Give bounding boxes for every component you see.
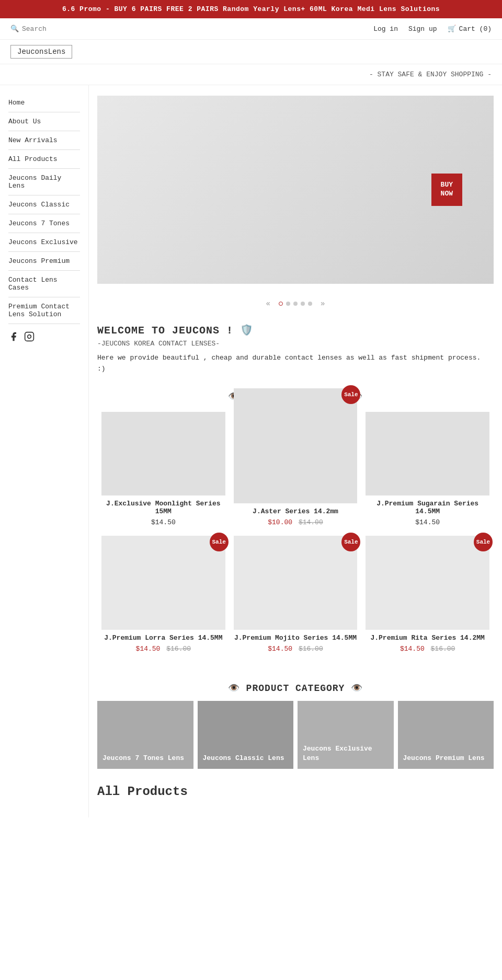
buy-now-button[interactable]: BUYNOW xyxy=(431,174,462,206)
cart-area[interactable]: 🛒 Cart (0) xyxy=(448,25,492,33)
popular-pick-row2: Sale J.Premium Lorra Series 14.5MM $14.5… xyxy=(89,531,502,672)
facebook-icon[interactable] xyxy=(8,331,19,344)
product-name-rita: J.Premium Rita Series 14.2MM xyxy=(370,634,484,642)
product-card-mojito: Sale J.Premium Mojito Series 14.5MM $14.… xyxy=(230,536,362,661)
promo-banner: 6.6 Promo - BUY 6 PAIRS FREE 2 PAIRS Ran… xyxy=(0,0,502,18)
logo-bar: JeuconsLens xyxy=(0,40,502,64)
product-image-sugarain xyxy=(366,412,489,495)
slider-dots xyxy=(279,302,312,306)
header-nav: Log in Sign up xyxy=(373,25,437,33)
product-category-title: 👁️ PRODUCT CATEGORY 👁️ xyxy=(89,672,502,701)
svg-rect-0 xyxy=(25,332,34,341)
sidebar-item-cases[interactable]: Contact Lens Cases xyxy=(8,273,80,295)
product-card-rita: Sale J.Premium Rita Series 14.2MM $14.50… xyxy=(361,536,494,661)
product-card-lorra: Sale J.Premium Lorra Series 14.5MM $14.5… xyxy=(97,536,230,661)
sale-badge-mojito: Sale xyxy=(341,533,360,551)
slider-dot-3[interactable] xyxy=(293,302,298,306)
content-area: BUYNOW « » WELCOME TO JEUCONS ! 🛡️ -JEUC… xyxy=(89,85,502,817)
slider-inner: BUYNOW xyxy=(97,96,494,284)
sidebar-divider xyxy=(8,251,80,252)
sidebar-item-new-arrivals[interactable]: New Arrivals xyxy=(8,133,80,147)
product-price-moonlight: $14.50 xyxy=(151,518,176,526)
sidebar-item-exclusive[interactable]: Jeucons Exclusive xyxy=(8,235,80,249)
hero-slider: BUYNOW xyxy=(97,96,494,284)
slider-dot-1[interactable] xyxy=(279,302,283,306)
sale-badge-aster: Sale xyxy=(341,385,360,404)
product-price-mojito: $14.50 $16.00 xyxy=(268,645,323,653)
sidebar-item-premium[interactable]: Jeucons Premium xyxy=(8,254,80,268)
sidebar-item-classic[interactable]: Jeucons Classic xyxy=(8,198,80,212)
category-label-classic: Jeucons Classic Lens xyxy=(203,754,284,763)
slider-dot-2[interactable] xyxy=(286,302,290,306)
header: 🔍 Log in Sign up 🛒 Cart (0) xyxy=(0,18,502,40)
category-card-classic[interactable]: Jeucons Classic Lens xyxy=(198,701,294,769)
all-products-section: All Products xyxy=(89,779,502,799)
cart-label: Cart (0) xyxy=(459,25,492,33)
category-label-exclusive: Jeucons Exclusive Lens xyxy=(303,744,389,763)
search-icon: 🔍 xyxy=(10,25,19,33)
sidebar-item-solution[interactable]: Premium Contact Lens Solution xyxy=(8,299,80,321)
product-name-moonlight: J.Exclusive Moonlight Series 15MM xyxy=(101,500,225,515)
product-price-rita: $14.50 $16.00 xyxy=(400,645,455,653)
sidebar: Home About Us New Arrivals All Products … xyxy=(0,85,89,817)
sidebar-divider xyxy=(8,233,80,233)
category-card-exclusive[interactable]: Jeucons Exclusive Lens xyxy=(298,701,394,769)
instagram-icon[interactable] xyxy=(24,331,35,344)
product-price-lorra: $14.50 $16.00 xyxy=(136,645,191,653)
stay-safe-banner: - STAY SAFE & ENJOY SHOPPING - xyxy=(0,64,502,85)
popular-pick-row1: J.Exclusive Moonlight Series 15MM $14.50… xyxy=(89,409,502,531)
product-image-rita: Sale xyxy=(366,536,489,630)
welcome-title: WELCOME TO JEUCONS ! 🛡️ xyxy=(97,324,494,337)
sidebar-divider xyxy=(8,270,80,271)
welcome-subtitle: -JEUCONS KOREA CONTACT LENSES- xyxy=(97,340,494,348)
main-layout: Home About Us New Arrivals All Products … xyxy=(0,85,502,817)
search-area: 🔍 xyxy=(10,25,373,33)
sidebar-divider xyxy=(8,149,80,150)
login-link[interactable]: Log in xyxy=(373,25,398,33)
product-image-lorra: Sale xyxy=(101,536,225,630)
search-input[interactable] xyxy=(22,25,106,33)
sidebar-item-home[interactable]: Home xyxy=(8,96,80,110)
slider-dot-4[interactable] xyxy=(301,302,305,306)
product-image-mojito: Sale xyxy=(234,536,358,630)
slider-dot-5[interactable] xyxy=(308,302,312,306)
sidebar-item-daily-lens[interactable]: Jeucons Daily Lens xyxy=(8,171,80,193)
product-name-lorra: J.Premium Lorra Series 14.5MM xyxy=(104,634,222,642)
product-card-aster: Sale J.Aster Series 14.2mm $10.00 $14.00 xyxy=(230,409,362,531)
all-products-title: All Products xyxy=(97,785,494,799)
category-grid: Jeucons 7 Tones Lens Jeucons Classic Len… xyxy=(89,701,502,779)
product-price-sugarain: $14.50 xyxy=(415,518,440,526)
sidebar-divider xyxy=(8,168,80,169)
sale-badge-rita: Sale xyxy=(474,533,493,551)
product-image-moonlight xyxy=(101,412,225,495)
signup-link[interactable]: Sign up xyxy=(408,25,437,33)
welcome-body: Here we provide beautiful , cheap and du… xyxy=(97,353,484,375)
sidebar-divider xyxy=(8,131,80,131)
sidebar-divider xyxy=(8,112,80,112)
welcome-section: WELCOME TO JEUCONS ! 🛡️ -JEUCONS KOREA C… xyxy=(89,313,502,380)
product-image-aster: Sale xyxy=(234,388,358,503)
product-card-moonlight: J.Exclusive Moonlight Series 15MM $14.50 xyxy=(97,412,230,531)
sidebar-divider xyxy=(8,324,80,324)
product-name-mojito: J.Premium Mojito Series 14.5MM xyxy=(234,634,357,642)
logo[interactable]: JeuconsLens xyxy=(10,45,72,59)
social-links xyxy=(8,331,80,344)
product-name-sugarain: J.Premium Sugarain Series 14.5MM xyxy=(366,500,489,515)
slider-next-button[interactable]: » xyxy=(316,299,329,308)
category-card-premium[interactable]: Jeucons Premium Lens xyxy=(398,701,494,769)
sidebar-divider xyxy=(8,195,80,195)
sidebar-item-all-products[interactable]: All Products xyxy=(8,152,80,166)
cart-icon: 🛒 xyxy=(448,25,456,33)
sidebar-item-7tones[interactable]: Jeucons 7 Tones xyxy=(8,216,80,230)
sidebar-item-about[interactable]: About Us xyxy=(8,114,80,129)
sidebar-divider xyxy=(8,214,80,214)
category-card-7tones[interactable]: Jeucons 7 Tones Lens xyxy=(97,701,193,769)
sidebar-divider xyxy=(8,297,80,297)
product-name-aster: J.Aster Series 14.2mm xyxy=(253,508,338,515)
product-price-aster: $10.00 $14.00 xyxy=(268,518,323,526)
sale-badge-lorra: Sale xyxy=(210,533,229,551)
category-label-7tones: Jeucons 7 Tones Lens xyxy=(102,754,184,763)
slider-prev-button[interactable]: « xyxy=(262,299,275,308)
slider-controls: « » xyxy=(89,294,502,313)
product-card-sugarain: J.Premium Sugarain Series 14.5MM $14.50 xyxy=(361,412,494,531)
